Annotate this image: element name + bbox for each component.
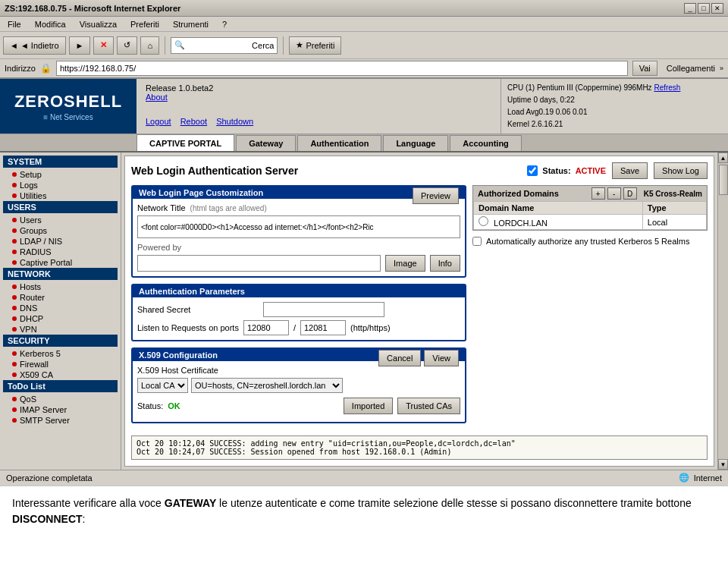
sidebar-item-vpn[interactable]: VPN [3,324,118,335]
preview-button[interactable]: Preview [413,187,459,204]
sidebar-item-radius[interactable]: RADIUS [3,247,118,257]
imported-button[interactable]: Imported [344,398,393,414]
sidebar-item-dns[interactable]: DNS [3,303,118,313]
powered-input[interactable] [137,255,381,272]
info-button[interactable]: Info [430,255,460,272]
cert-path-select[interactable]: OU=hosts, CN=zeroshell.lordch.lan [191,378,343,393]
bullet-icon [12,373,17,377]
home-button[interactable]: ⌂ [140,36,159,55]
forward-button[interactable]: ► [69,36,91,55]
address-input[interactable] [56,61,628,76]
logout-link[interactable]: Logout [146,117,171,126]
sidebar-item-groups[interactable]: Groups [3,225,118,236]
type-cell: Local [642,215,706,230]
refresh-button[interactable]: ↺ [117,36,137,55]
sidebar-item-hosts[interactable]: Hosts [3,281,118,292]
shutdown-link[interactable]: Shutdown [216,117,253,126]
shared-secret-input[interactable] [263,302,384,317]
sidebar-item-captive-portal[interactable]: Captive Portal [3,257,118,268]
bullet-icon [12,397,17,401]
menu-modifica[interactable]: Modifica [30,19,71,30]
image-button[interactable]: Image [385,255,425,272]
links-label[interactable]: Collegamenti [667,64,715,73]
sidebar-section-users: USERS [3,201,118,213]
close-button[interactable]: ✕ [711,3,723,14]
menu-strumenti[interactable]: Strumenti [168,19,213,30]
tab-accounting[interactable]: Accounting [450,135,522,151]
powered-by-section: Powered by Image Info [137,243,460,272]
kerberos-label: Automatically authorize any trusted Kerb… [486,237,689,246]
x509-view-button[interactable]: View [424,350,459,366]
table-row[interactable]: LORDCH.LAN Local [474,215,707,230]
sidebar-item-kerberos[interactable]: Kerberos 5 [3,348,118,359]
refresh-link[interactable]: Refresh [654,83,680,92]
bullet-icon [12,193,17,198]
sidebar-item-users[interactable]: Users [3,215,118,225]
about-link[interactable]: About [146,93,491,102]
search-box: 🔍 Cerca [171,37,278,54]
scroll-up-button[interactable]: ▲ [718,153,728,163]
network-title-label: Network Title [137,203,186,212]
menu-file[interactable]: File [3,19,26,30]
tab-captive-portal[interactable]: CAPTIVE PORTAL [136,134,234,151]
status-bar-text: Operazione completata [6,473,93,483]
trusted-cas-button[interactable]: Trusted CAs [397,398,460,414]
sidebar-item-router[interactable]: Router [3,292,118,303]
sidebar-item-imap[interactable]: IMAP Server [3,404,118,415]
bullet-icon [12,316,17,321]
sidebar-item-smtp[interactable]: SMTP Server [3,415,118,426]
menu-help[interactable]: ? [218,19,231,30]
tab-language[interactable]: Language [383,135,448,151]
port-separator: / [293,323,296,332]
sidebar-item-setup[interactable]: Setup [3,169,118,180]
sidebar-section-todo: ToDo List [3,380,118,392]
port2-input[interactable] [300,320,346,335]
x509-cancel-button[interactable]: Cancel [378,350,421,366]
add-domain-button[interactable]: + [592,187,605,200]
menu-visualizza[interactable]: Visualizza [75,19,121,30]
sidebar-section-network: NETWORK [3,268,118,280]
bullet-icon [12,239,17,244]
logo-subtext: ≡ Net Services [43,113,93,121]
back-button[interactable]: ◄ ◄ Indietro [3,36,66,55]
bullet-icon [12,260,17,265]
header-actions: Logout Reboot Shutdown [146,117,491,129]
domain-cell: LORDCH.LAN [474,215,643,230]
scroll-track [718,163,728,459]
status-checkbox[interactable] [527,165,538,176]
sidebar-item-ldap[interactable]: LDAP / NIS [3,236,118,247]
remove-domain-button[interactable]: - [607,187,621,200]
scroll-down-button[interactable]: ▼ [718,459,728,470]
kerberos-checkbox[interactable] [472,237,482,246]
scroll-thumb[interactable] [719,165,728,195]
address-label: Indirizzo [5,64,36,73]
page-title: Web Login Authentication Server [131,165,298,177]
maximize-button[interactable]: □ [698,3,710,14]
sidebar-item-firewall[interactable]: Firewall [3,359,118,369]
menu-preferiti[interactable]: Preferiti [126,19,164,30]
sidebar-item-dhcp[interactable]: DHCP [3,313,118,324]
log-area: Oct 20 10:12,04 SUCCESS: adding new entr… [131,435,708,460]
search-icon: 🔍 [174,40,185,50]
sidebar-item-logs[interactable]: Logs [3,180,118,190]
save-button[interactable]: Save [612,162,648,179]
sidebar-item-qos[interactable]: QoS [3,394,118,404]
network-title-row: Network Title (html tags are allowed) [137,203,413,212]
d-domain-button[interactable]: D [623,187,637,200]
reboot-link[interactable]: Reboot [180,117,207,126]
search-input[interactable] [188,41,249,50]
tab-gateway[interactable]: Gateway [236,135,296,151]
go-button[interactable]: Vai [632,61,657,76]
network-title-input[interactable]: <font color=#0000D0><h1>Accesso ad inter… [137,215,460,238]
port1-input[interactable] [243,320,289,335]
sidebar-item-x509ca[interactable]: X509 CA [3,369,118,380]
sidebar-item-utilities[interactable]: Utilities [3,190,118,201]
stop-button[interactable]: ✕ [93,36,114,55]
show-log-button[interactable]: Show Log [654,162,708,179]
minimize-button[interactable]: _ [684,3,696,14]
favorites-button[interactable]: ★ Preferiti [289,36,341,55]
x509-status-row: Status: OK Imported Trusted CAs [137,398,460,414]
local-ca-select[interactable]: Local CA [137,378,188,393]
tab-authentication[interactable]: Authentication [297,135,381,151]
domain-radio[interactable] [479,216,488,226]
